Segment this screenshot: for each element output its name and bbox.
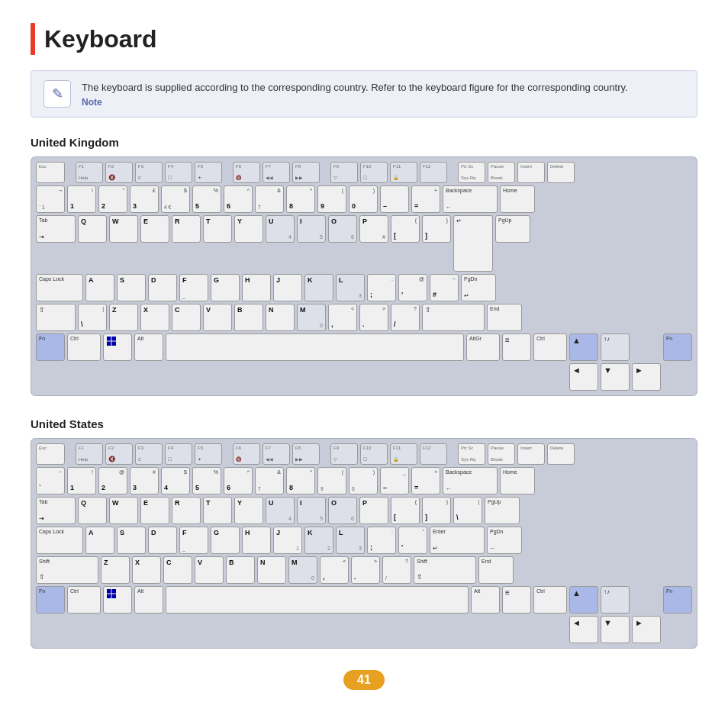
key-b[interactable]: B (234, 304, 263, 331)
key-menu[interactable]: ≡ (502, 333, 531, 361)
us-key-4[interactable]: $ 4 (161, 467, 190, 494)
us-key-home[interactable]: Home (500, 467, 535, 494)
us-key-q[interactable]: Q (78, 497, 107, 524)
us-key-e[interactable]: E (140, 497, 169, 524)
key-pgdn[interactable]: PgDn ↵ (461, 274, 496, 301)
us-key-f[interactable]: F_ (179, 527, 208, 554)
key-v[interactable]: V (203, 304, 232, 331)
key-2[interactable]: " 2 (98, 185, 127, 213)
us-key-win[interactable] (103, 586, 132, 614)
us-key-t[interactable]: T (203, 497, 232, 524)
us-key-period[interactable]: > . (351, 556, 380, 584)
key-home[interactable]: Home (500, 185, 535, 213)
us-key-esc[interactable]: Esc (36, 443, 65, 465)
key-enter-uk[interactable]: ↵ (453, 215, 493, 272)
key-x[interactable]: X (140, 304, 169, 331)
us-key-backspace[interactable]: Backspace ← (443, 467, 498, 494)
us-key-7[interactable]: & 7 (255, 467, 284, 494)
key-f5[interactable]: F5✦ (195, 162, 222, 183)
key-tab[interactable]: Tab ⇥ (36, 215, 76, 243)
key-7[interactable]: & 7 (255, 185, 284, 213)
us-key-f9[interactable]: F9▽ (330, 443, 358, 465)
key-win[interactable] (103, 333, 132, 361)
us-key-f3[interactable]: F3C (135, 443, 163, 465)
key-f6[interactable]: F6🔇 (233, 162, 260, 183)
us-key-f4[interactable]: F4☐ (165, 443, 192, 465)
us-key-vol-up[interactable]: ↑♪ (601, 586, 630, 614)
us-key-2[interactable]: @ 2 (98, 467, 127, 494)
us-key-down[interactable]: ▼ (601, 616, 630, 643)
us-key-space[interactable] (166, 586, 469, 614)
key-5[interactable]: % 5 (192, 185, 221, 213)
us-key-apostrophe[interactable]: " ' (398, 527, 427, 554)
key-comma[interactable]: < , (328, 304, 357, 331)
key-right[interactable]: ► (632, 363, 661, 391)
us-key-comma[interactable]: < , (320, 556, 349, 584)
key-backtick[interactable]: ¬ ` 1 (36, 185, 65, 213)
key-z[interactable]: Z (109, 304, 138, 331)
us-key-backslash[interactable]: | \ (453, 497, 482, 524)
key-shift-left[interactable]: ⇧ (36, 304, 76, 331)
us-key-f6[interactable]: F6🔇 (233, 443, 260, 465)
key-1[interactable]: ! 1 (67, 185, 96, 213)
key-6[interactable]: ^ 6 (224, 185, 253, 213)
key-f7[interactable]: F7◀◀ (263, 162, 290, 183)
key-y[interactable]: Y (234, 215, 263, 243)
key-h[interactable]: H (242, 274, 271, 301)
us-key-up[interactable]: ▲ (569, 586, 598, 614)
key-lbracket[interactable]: { [ (391, 215, 420, 243)
us-key-menu[interactable]: ≡ (502, 586, 531, 614)
key-f2[interactable]: F2🔇 (105, 162, 133, 183)
us-key-3[interactable]: # 3 (130, 467, 159, 494)
key-t[interactable]: T (203, 215, 232, 243)
key-c[interactable]: C (172, 304, 201, 331)
key-f3[interactable]: F3C (135, 162, 163, 183)
key-i[interactable]: I5 (297, 215, 326, 243)
key-shift-right[interactable]: ⇧ (422, 304, 485, 331)
key-minus[interactable]: – (380, 185, 409, 213)
us-key-r[interactable]: R (172, 497, 201, 524)
key-9[interactable]: ( 9 (317, 185, 346, 213)
us-key-5[interactable]: % 5 (192, 467, 221, 494)
us-key-0[interactable]: ) 0 (349, 467, 378, 494)
key-a[interactable]: A (85, 274, 114, 301)
key-g[interactable]: G (211, 274, 240, 301)
us-key-fn[interactable]: Fn (36, 586, 65, 614)
us-key-l[interactable]: L3 (336, 527, 365, 554)
key-q[interactable]: Q (78, 215, 107, 243)
us-key-h[interactable]: H (242, 527, 271, 554)
us-key-b[interactable]: B (226, 556, 255, 584)
us-key-delete[interactable]: Delete (547, 443, 575, 465)
us-key-j[interactable]: J1 (273, 527, 302, 554)
key-ctrl-left[interactable]: Ctrl (67, 333, 101, 361)
key-8[interactable]: * 8 (286, 185, 315, 213)
us-key-s[interactable]: S (117, 527, 146, 554)
key-d[interactable]: D (148, 274, 177, 301)
key-altgr[interactable]: AltGr (466, 333, 500, 361)
us-key-i[interactable]: I5 (297, 497, 326, 524)
us-key-f7[interactable]: F7◀◀ (263, 443, 290, 465)
key-fn[interactable]: Fn (36, 333, 65, 361)
us-key-f2[interactable]: F2🔇 (105, 443, 133, 465)
us-key-pgdn[interactable]: PgDn ← (487, 527, 522, 554)
us-key-slash[interactable]: ? / (382, 556, 411, 584)
key-j[interactable]: J (273, 274, 302, 301)
us-key-ctrl-right[interactable]: Ctrl (533, 586, 567, 614)
us-key-o[interactable]: O6 (328, 497, 357, 524)
us-key-semicolon[interactable]: : ; (367, 527, 396, 554)
us-key-1[interactable]: ! 1 (67, 467, 96, 494)
us-key-f10[interactable]: F10☐ (360, 443, 388, 465)
key-e[interactable]: E (140, 215, 169, 243)
key-r[interactable]: R (172, 215, 201, 243)
key-backslash[interactable]: | \ (78, 304, 107, 331)
key-hash[interactable]: ~ # (430, 274, 459, 301)
us-key-f12[interactable]: F12 (420, 443, 447, 465)
us-key-9[interactable]: ( 9 (317, 467, 346, 494)
key-0[interactable]: ) 0 (349, 185, 378, 213)
key-u[interactable]: U4 (266, 215, 295, 243)
us-key-capslock[interactable]: Caps Lock (36, 527, 83, 554)
key-prtsc[interactable]: Prt ScSys Rq (458, 162, 485, 183)
key-period[interactable]: > . (359, 304, 388, 331)
key-l[interactable]: L3 (336, 274, 365, 301)
key-delete[interactable]: Delete (547, 162, 575, 183)
